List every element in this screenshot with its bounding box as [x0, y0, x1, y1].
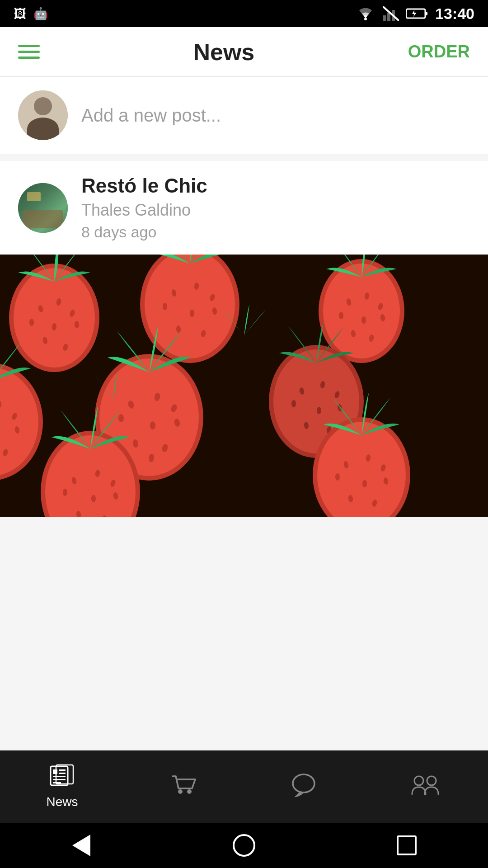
people-icon — [410, 773, 441, 801]
current-user-avatar — [18, 90, 68, 140]
battery-icon — [406, 8, 428, 19]
system-nav-bar — [0, 823, 488, 868]
svg-point-54 — [150, 421, 155, 429]
main-content: Add a new post... Restó le Chic Thales G… — [0, 77, 488, 750]
page-title: News — [193, 38, 254, 66]
svg-point-65 — [317, 407, 321, 414]
svg-rect-6 — [425, 12, 427, 15]
order-button[interactable]: ORDER — [408, 42, 470, 61]
home-circle-icon — [233, 834, 255, 857]
new-post-input[interactable]: Add a new post... — [81, 105, 221, 126]
restaurant-avatar — [18, 183, 68, 233]
cart-icon — [170, 773, 197, 801]
svg-point-99 — [293, 774, 314, 793]
time-display: 13:40 — [435, 5, 474, 23]
svg-point-84 — [335, 473, 340, 481]
current-user-avatar-img — [18, 90, 68, 140]
svg-point-0 — [364, 18, 367, 20]
android-status-icon: 🤖 — [33, 7, 48, 21]
nav-item-chat[interactable] — [290, 773, 317, 801]
svg-point-64 — [291, 400, 296, 407]
recents-button[interactable] — [389, 832, 425, 859]
svg-rect-91 — [59, 769, 66, 771]
new-post-section: Add a new post... — [0, 77, 488, 154]
wifi-icon — [356, 6, 375, 21]
svg-rect-96 — [56, 765, 73, 784]
image-status-icon: 🖼 — [14, 6, 26, 21]
svg-point-97 — [178, 789, 183, 794]
nav-item-cart[interactable] — [170, 773, 197, 801]
svg-point-74 — [63, 489, 67, 496]
bottom-nav: News — [0, 750, 488, 823]
app-bar: News ORDER — [0, 27, 488, 77]
restaurant-avatar-img — [18, 183, 68, 233]
home-button[interactable] — [226, 832, 262, 859]
newspaper-icon — [48, 764, 75, 790]
svg-point-19 — [145, 255, 235, 359]
svg-rect-1 — [383, 15, 386, 21]
svg-point-34 — [361, 316, 366, 324]
svg-point-13 — [29, 319, 34, 326]
svg-point-9 — [14, 268, 95, 368]
hamburger-button[interactable] — [18, 45, 40, 59]
nav-item-news[interactable]: News — [46, 764, 78, 809]
svg-point-98 — [187, 789, 192, 794]
svg-point-101 — [427, 776, 436, 785]
svg-rect-93 — [53, 776, 66, 777]
svg-rect-92 — [59, 773, 66, 774]
post-card: Restó le Chic Thales Galdino 8 days ago — [0, 161, 488, 517]
signal-icon — [383, 6, 399, 21]
svg-point-53 — [118, 414, 124, 422]
chat-icon — [290, 773, 317, 801]
hamburger-line-3 — [18, 57, 40, 59]
nav-label-news: News — [46, 795, 78, 809]
restaurant-name: Restó le Chic — [81, 175, 207, 197]
svg-point-33 — [339, 312, 343, 319]
back-triangle-icon — [72, 835, 90, 856]
svg-rect-94 — [53, 779, 66, 780]
post-author: Thales Galdino — [81, 201, 207, 220]
svg-point-85 — [362, 480, 367, 487]
status-icons-right: 13:40 — [356, 5, 474, 23]
status-bar: 🖼 🤖 13:40 — [0, 0, 488, 27]
status-icons-left: 🖼 🤖 — [14, 6, 48, 21]
post-meta: Restó le Chic Thales Galdino 8 days ago — [81, 175, 207, 241]
back-button[interactable] — [63, 832, 99, 859]
recents-square-icon — [397, 835, 417, 855]
svg-point-75 — [91, 495, 96, 502]
post-header: Restó le Chic Thales Galdino 8 days ago — [0, 161, 488, 255]
hamburger-line-1 — [18, 45, 40, 47]
hamburger-line-2 — [18, 51, 40, 53]
svg-rect-90 — [53, 769, 57, 774]
svg-point-29 — [323, 264, 400, 359]
post-time: 8 days ago — [81, 223, 207, 241]
svg-point-23 — [163, 303, 167, 310]
nav-item-people[interactable] — [410, 773, 441, 801]
svg-point-24 — [190, 310, 194, 317]
post-image — [0, 255, 488, 517]
svg-point-100 — [414, 776, 423, 785]
